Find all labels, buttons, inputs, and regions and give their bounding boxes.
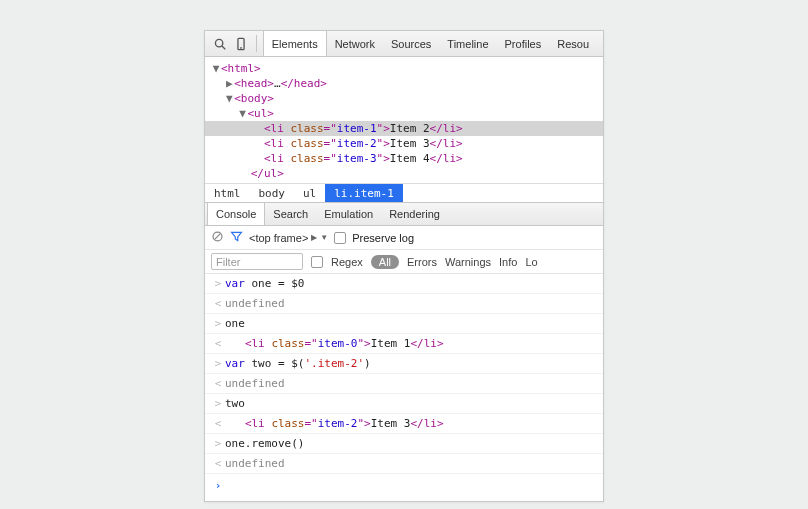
drawer-tab-rendering[interactable]: Rendering	[381, 203, 448, 225]
frame-select-label: <top frame>	[249, 232, 308, 244]
tree-node-head[interactable]: ▶<head>…</head>	[205, 76, 603, 91]
drawer-tab-emulation[interactable]: Emulation	[316, 203, 381, 225]
elements-tree[interactable]: ▼<html> ▶<head>…</head> ▼<body> ▼<ul> <l…	[205, 57, 603, 183]
clear-console-icon[interactable]	[211, 230, 224, 245]
console-prompt[interactable]: ›	[205, 474, 603, 501]
tab-sources[interactable]: Sources	[383, 31, 439, 56]
chevron-down-icon: ▶	[311, 233, 317, 242]
crumb-body[interactable]: body	[250, 184, 295, 202]
filter-icon[interactable]	[230, 230, 243, 245]
tab-network[interactable]: Network	[327, 31, 383, 56]
console-filter-input[interactable]: Filter	[211, 253, 303, 270]
tab-timeline[interactable]: Timeline	[439, 31, 496, 56]
console-entry[interactable]: <undefined	[205, 454, 603, 474]
svg-line-1	[222, 45, 225, 48]
dropdown-icon: ▼	[320, 233, 328, 242]
main-tabs: Elements Network Sources Timeline Profil…	[263, 31, 597, 56]
svg-marker-6	[232, 232, 242, 240]
level-all[interactable]: All	[371, 255, 399, 269]
preserve-log-checkbox[interactable]	[334, 232, 346, 244]
console-entry[interactable]: < <li class="item-0">Item 1</li>	[205, 334, 603, 354]
svg-point-0	[215, 39, 222, 46]
tree-node-ul-close[interactable]: </ul>	[205, 166, 603, 181]
level-info[interactable]: Info	[499, 256, 517, 268]
tree-node-li-1[interactable]: <li class="item-1">Item 2</li>	[205, 121, 603, 136]
breadcrumb: html body ul li.item-1	[205, 183, 603, 203]
console-entry[interactable]: >var two = $('.item-2')	[205, 354, 603, 374]
level-logs[interactable]: Lo	[525, 256, 537, 268]
regex-checkbox[interactable]	[311, 256, 323, 268]
console-entry[interactable]: >two	[205, 394, 603, 414]
toolbar-separator	[256, 35, 257, 52]
console-entry[interactable]: <undefined	[205, 294, 603, 314]
level-errors[interactable]: Errors	[407, 256, 437, 268]
level-warnings[interactable]: Warnings	[445, 256, 491, 268]
drawer-tab-search[interactable]: Search	[265, 203, 316, 225]
inspect-icon[interactable]	[211, 35, 228, 53]
top-toolbar: Elements Network Sources Timeline Profil…	[205, 31, 603, 57]
tab-resources[interactable]: Resou	[549, 31, 597, 56]
tab-elements[interactable]: Elements	[263, 31, 327, 56]
console-toolbar: <top frame> ▶ ▼ Preserve log	[205, 226, 603, 250]
console-entry[interactable]: >one	[205, 314, 603, 334]
console-entry[interactable]: <undefined	[205, 374, 603, 394]
tree-node-body[interactable]: ▼<body>	[205, 91, 603, 106]
crumb-html[interactable]: html	[205, 184, 250, 202]
crumb-ul[interactable]: ul	[294, 184, 325, 202]
devtools-panel: Elements Network Sources Timeline Profil…	[204, 30, 604, 502]
crumb-li[interactable]: li.item-1	[325, 184, 403, 202]
tree-node-li-2[interactable]: <li class="item-2">Item 3</li>	[205, 136, 603, 151]
console-entry[interactable]: < <li class="item-2">Item 3</li>	[205, 414, 603, 434]
tree-node-ul[interactable]: ▼<ul>	[205, 106, 603, 121]
svg-line-5	[214, 233, 220, 239]
console-entry[interactable]: >one.remove()	[205, 434, 603, 454]
regex-label: Regex	[331, 256, 363, 268]
tree-node-li-3[interactable]: <li class="item-3">Item 4</li>	[205, 151, 603, 166]
console-entry[interactable]: >var one = $0	[205, 274, 603, 294]
device-icon[interactable]	[232, 35, 249, 53]
console-filter-row: Filter Regex All Errors Warnings Info Lo	[205, 250, 603, 274]
drawer-tabs: Console Search Emulation Rendering	[205, 203, 603, 226]
drawer-tab-console[interactable]: Console	[207, 203, 265, 225]
console-log[interactable]: >var one = $0 <undefined >one < <li clas…	[205, 274, 603, 501]
tree-node-html[interactable]: ▼<html>	[205, 61, 603, 76]
tab-profiles[interactable]: Profiles	[497, 31, 550, 56]
frame-select[interactable]: <top frame> ▶ ▼	[249, 232, 328, 244]
preserve-log-label: Preserve log	[352, 232, 414, 244]
